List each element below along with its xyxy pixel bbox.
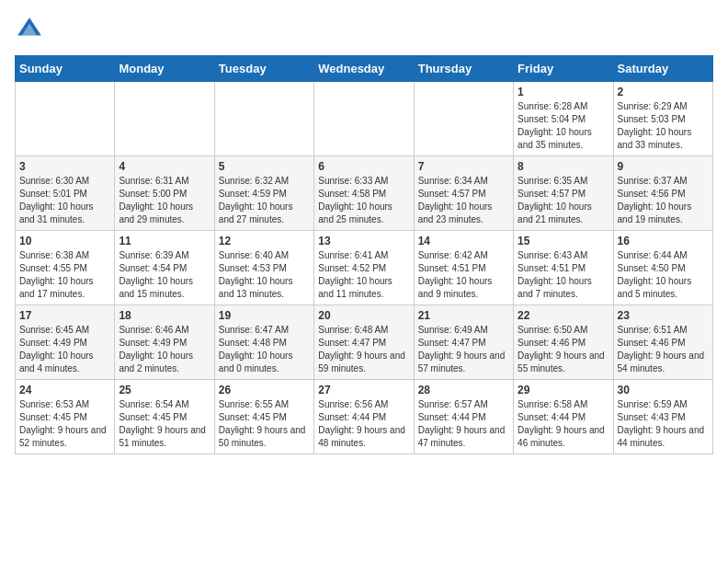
day-header-sunday: Sunday [16, 56, 115, 82]
day-number: 21 [418, 309, 509, 322]
day-info: Sunrise: 6:50 AMSunset: 4:46 PMDaylight:… [518, 324, 609, 375]
day-info: Sunrise: 6:35 AMSunset: 4:57 PMDaylight:… [518, 175, 609, 226]
day-number: 10 [19, 235, 110, 247]
calendar-cell [115, 82, 214, 156]
day-header-monday: Monday [115, 56, 214, 82]
day-info: Sunrise: 6:57 AMSunset: 4:44 PMDaylight:… [418, 398, 509, 450]
day-number: 1 [518, 86, 609, 98]
day-number: 28 [418, 384, 509, 396]
calendar-cell: 7Sunrise: 6:34 AMSunset: 4:57 PMDaylight… [414, 156, 513, 231]
day-number: 26 [219, 384, 310, 396]
calendar-cell: 23Sunrise: 6:51 AMSunset: 4:46 PMDayligh… [613, 305, 712, 380]
day-info: Sunrise: 6:29 AMSunset: 5:03 PMDaylight:… [618, 100, 709, 152]
logo [15, 15, 48, 44]
day-number: 2 [618, 86, 709, 98]
day-number: 3 [19, 160, 110, 173]
calendar-cell: 6Sunrise: 6:33 AMSunset: 4:58 PMDaylight… [314, 156, 414, 231]
day-info: Sunrise: 6:43 AMSunset: 4:51 PMDaylight:… [518, 249, 609, 301]
day-info: Sunrise: 6:32 AMSunset: 4:59 PMDaylight:… [219, 175, 310, 226]
calendar-cell: 4Sunrise: 6:31 AMSunset: 5:00 PMDaylight… [115, 156, 214, 231]
day-info: Sunrise: 6:40 AMSunset: 4:53 PMDaylight:… [219, 249, 310, 301]
calendar-cell: 19Sunrise: 6:47 AMSunset: 4:48 PMDayligh… [214, 305, 313, 380]
day-number: 15 [518, 235, 609, 247]
calendar-cell: 15Sunrise: 6:43 AMSunset: 4:51 PMDayligh… [514, 231, 613, 305]
day-number: 19 [219, 309, 310, 322]
day-header-friday: Friday [514, 56, 613, 82]
calendar-week-1: 1Sunrise: 6:28 AMSunset: 5:04 PMDaylight… [16, 82, 713, 156]
day-number: 16 [618, 235, 709, 247]
calendar-cell: 14Sunrise: 6:42 AMSunset: 4:51 PMDayligh… [414, 231, 513, 305]
calendar-week-5: 24Sunrise: 6:53 AMSunset: 4:45 PMDayligh… [16, 380, 713, 454]
day-number: 22 [518, 309, 609, 322]
day-number: 8 [518, 160, 609, 173]
day-number: 27 [318, 384, 409, 396]
calendar-cell: 18Sunrise: 6:46 AMSunset: 4:49 PMDayligh… [115, 305, 214, 380]
day-info: Sunrise: 6:39 AMSunset: 4:54 PMDaylight:… [119, 249, 210, 301]
day-info: Sunrise: 6:38 AMSunset: 4:55 PMDaylight:… [19, 249, 110, 301]
calendar-week-3: 10Sunrise: 6:38 AMSunset: 4:55 PMDayligh… [16, 231, 713, 305]
calendar-cell: 1Sunrise: 6:28 AMSunset: 5:04 PMDaylight… [514, 82, 613, 156]
calendar-cell [214, 82, 313, 156]
day-info: Sunrise: 6:48 AMSunset: 4:47 PMDaylight:… [318, 324, 409, 375]
calendar-cell: 5Sunrise: 6:32 AMSunset: 4:59 PMDaylight… [214, 156, 313, 231]
day-info: Sunrise: 6:58 AMSunset: 4:44 PMDaylight:… [518, 398, 609, 450]
day-info: Sunrise: 6:30 AMSunset: 5:01 PMDaylight:… [19, 175, 110, 226]
calendar-week-4: 17Sunrise: 6:45 AMSunset: 4:49 PMDayligh… [16, 305, 713, 380]
calendar-cell [16, 82, 115, 156]
calendar-cell: 10Sunrise: 6:38 AMSunset: 4:55 PMDayligh… [16, 231, 115, 305]
day-number: 11 [119, 235, 210, 247]
calendar-cell: 26Sunrise: 6:55 AMSunset: 4:45 PMDayligh… [214, 380, 313, 454]
calendar-cell: 16Sunrise: 6:44 AMSunset: 4:50 PMDayligh… [613, 231, 712, 305]
calendar-cell: 25Sunrise: 6:54 AMSunset: 4:45 PMDayligh… [115, 380, 214, 454]
day-number: 29 [518, 384, 609, 396]
day-info: Sunrise: 6:53 AMSunset: 4:45 PMDaylight:… [19, 398, 110, 450]
header [15, 15, 713, 44]
day-number: 6 [318, 160, 409, 173]
logo-icon [15, 15, 44, 44]
day-number: 30 [618, 384, 709, 396]
day-header-saturday: Saturday [613, 56, 712, 82]
day-number: 17 [19, 309, 110, 322]
day-info: Sunrise: 6:59 AMSunset: 4:43 PMDaylight:… [618, 398, 709, 450]
day-number: 24 [19, 384, 110, 396]
day-header-thursday: Thursday [414, 56, 513, 82]
calendar-cell: 12Sunrise: 6:40 AMSunset: 4:53 PMDayligh… [214, 231, 313, 305]
day-info: Sunrise: 6:28 AMSunset: 5:04 PMDaylight:… [518, 100, 609, 152]
calendar-cell: 9Sunrise: 6:37 AMSunset: 4:56 PMDaylight… [613, 156, 712, 231]
day-number: 12 [219, 235, 310, 247]
day-info: Sunrise: 6:37 AMSunset: 4:56 PMDaylight:… [618, 175, 709, 226]
calendar-cell: 30Sunrise: 6:59 AMSunset: 4:43 PMDayligh… [613, 380, 712, 454]
calendar-cell: 21Sunrise: 6:49 AMSunset: 4:47 PMDayligh… [414, 305, 513, 380]
day-info: Sunrise: 6:33 AMSunset: 4:58 PMDaylight:… [318, 175, 409, 226]
calendar-cell [414, 82, 513, 156]
calendar-cell: 17Sunrise: 6:45 AMSunset: 4:49 PMDayligh… [16, 305, 115, 380]
day-info: Sunrise: 6:56 AMSunset: 4:44 PMDaylight:… [318, 398, 409, 450]
day-number: 25 [119, 384, 210, 396]
calendar-week-2: 3Sunrise: 6:30 AMSunset: 5:01 PMDaylight… [16, 156, 713, 231]
calendar-cell: 3Sunrise: 6:30 AMSunset: 5:01 PMDaylight… [16, 156, 115, 231]
day-info: Sunrise: 6:44 AMSunset: 4:50 PMDaylight:… [618, 249, 709, 301]
day-info: Sunrise: 6:31 AMSunset: 5:00 PMDaylight:… [119, 175, 210, 226]
day-info: Sunrise: 6:54 AMSunset: 4:45 PMDaylight:… [119, 398, 210, 450]
calendar-table: SundayMondayTuesdayWednesdayThursdayFrid… [15, 55, 713, 454]
day-header-wednesday: Wednesday [314, 56, 414, 82]
calendar-cell: 11Sunrise: 6:39 AMSunset: 4:54 PMDayligh… [115, 231, 214, 305]
day-number: 14 [418, 235, 509, 247]
day-number: 4 [119, 160, 210, 173]
day-number: 7 [418, 160, 509, 173]
calendar-cell: 22Sunrise: 6:50 AMSunset: 4:46 PMDayligh… [514, 305, 613, 380]
day-info: Sunrise: 6:47 AMSunset: 4:48 PMDaylight:… [219, 324, 310, 375]
calendar-cell: 13Sunrise: 6:41 AMSunset: 4:52 PMDayligh… [314, 231, 414, 305]
calendar-cell: 8Sunrise: 6:35 AMSunset: 4:57 PMDaylight… [514, 156, 613, 231]
day-number: 5 [219, 160, 310, 173]
day-info: Sunrise: 6:41 AMSunset: 4:52 PMDaylight:… [318, 249, 409, 301]
day-info: Sunrise: 6:34 AMSunset: 4:57 PMDaylight:… [418, 175, 509, 226]
calendar-cell [314, 82, 414, 156]
day-info: Sunrise: 6:45 AMSunset: 4:49 PMDaylight:… [19, 324, 110, 375]
day-info: Sunrise: 6:55 AMSunset: 4:45 PMDaylight:… [219, 398, 310, 450]
day-header-tuesday: Tuesday [214, 56, 313, 82]
calendar-cell: 24Sunrise: 6:53 AMSunset: 4:45 PMDayligh… [16, 380, 115, 454]
calendar-cell: 20Sunrise: 6:48 AMSunset: 4:47 PMDayligh… [314, 305, 414, 380]
calendar-cell: 27Sunrise: 6:56 AMSunset: 4:44 PMDayligh… [314, 380, 414, 454]
day-number: 20 [318, 309, 409, 322]
